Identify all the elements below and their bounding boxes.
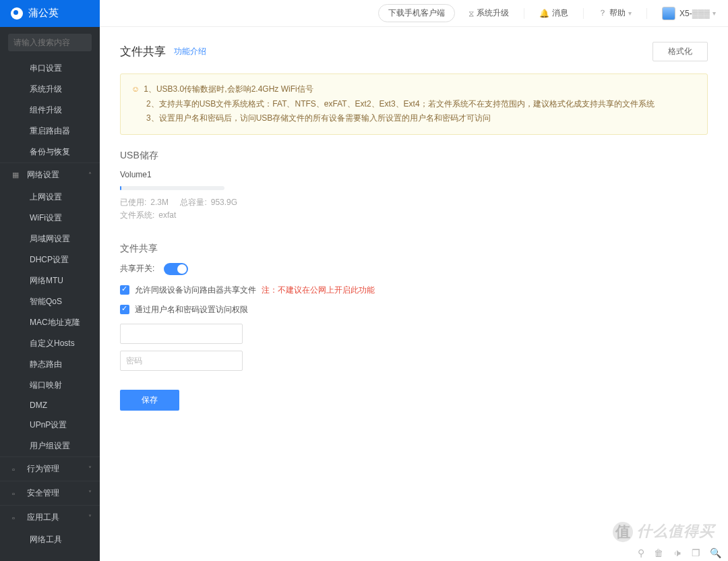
chevron-down-icon: ▾ <box>712 9 716 17</box>
messages-label: 消息 <box>552 7 568 19</box>
group-label: 安全管理 <box>27 488 59 499</box>
sidebar-item[interactable]: 备份与恢复 <box>0 142 100 163</box>
sidebar-item[interactable]: 用户组设置 <box>0 436 100 456</box>
warn-line-1: 1、USB3.0传输数据时,会影响2.4GHz WiFi信号 <box>144 84 313 94</box>
divider <box>646 8 647 19</box>
brand-name: 蒲公英 <box>28 7 59 20</box>
sidebar-item[interactable]: UPnP设置 <box>0 415 100 436</box>
auth-label: 通过用户名和密码设置访问权限 <box>135 304 248 316</box>
save-button[interactable]: 保存 <box>120 390 179 411</box>
top-header: 蒲公英 下载手机客户端 ⧖系统升级 🔔消息 ？帮助▾ X5- ▓▓▓ ▾ <box>0 0 728 27</box>
sidebar-item[interactable]: 重启路由器 <box>0 121 100 142</box>
sidebar-item[interactable]: DMZ <box>0 396 100 415</box>
usage-line: 已使用:2.3M 总容量:953.9G <box>120 197 708 208</box>
page-title: 文件共享 <box>120 44 166 59</box>
tool-icon[interactable]: ⚲ <box>638 548 644 558</box>
sidebar-group[interactable]: ▫行为管理˅ <box>0 456 100 481</box>
help-label: 帮助 <box>609 7 626 19</box>
warn-line-2: 2、支持共享的USB文件系统格式：FAT、NTFS、exFAT、Ext2、Ext… <box>131 97 696 112</box>
avatar <box>662 7 675 20</box>
auth-checkbox[interactable] <box>120 305 129 314</box>
switch-label: 共享开关: <box>120 263 154 274</box>
divider <box>524 8 524 19</box>
share-toggle[interactable] <box>164 263 188 275</box>
download-client-button[interactable]: 下载手机客户端 <box>378 4 455 22</box>
group-network[interactable]: ▦ 网络设置 ˄ <box>0 163 100 187</box>
sidebar-item[interactable]: DHCP设置 <box>0 249 100 270</box>
password-input[interactable] <box>120 351 243 371</box>
chevron-down-icon: ˅ <box>88 465 92 473</box>
sidebar-item[interactable]: 局域网设置 <box>0 229 100 249</box>
sidebar-item[interactable]: 自定义Hosts <box>0 333 100 354</box>
page-header: 文件共享 功能介绍 格式化 <box>120 42 708 61</box>
user-menu[interactable]: X5- ▓▓▓ ▾ <box>662 7 716 20</box>
content: 文件共享 功能介绍 格式化 ☺1、USB3.0传输数据时,会影响2.4GHz W… <box>100 27 728 561</box>
upgrade-icon: ⧖ <box>468 9 474 18</box>
search-box[interactable]: 🔍 <box>8 34 92 51</box>
sidebar: 🔍 串口设置系统升级组件升级重启路由器备份与恢复 ▦ 网络设置 ˄ 上网设置Wi… <box>0 27 100 561</box>
allow-peer-label: 允许同级设备访问路由器共享文件 <box>135 285 256 296</box>
username-input[interactable] <box>120 324 243 344</box>
logo-icon <box>11 7 23 20</box>
user-label: X5- <box>679 9 692 18</box>
allow-peer-checkbox[interactable] <box>120 285 129 295</box>
sidebar-item[interactable]: 网络工具 <box>0 529 100 550</box>
help-icon: ？ <box>599 7 607 19</box>
warn-line-3: 3、设置用户名和密码后，访问USB存储文件的所有设备需要输入所设置的用户名和密码… <box>131 111 696 126</box>
chevron-down-icon: ˅ <box>88 514 92 521</box>
network-icon: ▦ <box>12 171 22 179</box>
sidebar-item[interactable]: 上网设置 <box>0 187 100 208</box>
bell-icon: 🔔 <box>539 9 549 18</box>
help-link[interactable]: ？帮助▾ <box>599 7 632 19</box>
sidebar-group[interactable]: ▫安全管理˅ <box>0 481 100 505</box>
messages-link[interactable]: 🔔消息 <box>539 7 568 19</box>
sidebar-item[interactable]: 智能QoS <box>0 291 100 312</box>
chevron-down-icon: ˅ <box>88 490 92 497</box>
sidebar-item[interactable]: 静态路由 <box>0 354 100 375</box>
system-upgrade-link[interactable]: ⧖系统升级 <box>468 7 509 19</box>
chevron-up-icon: ˄ <box>88 171 92 179</box>
warning-icon: ☺ <box>131 84 140 94</box>
chevron-down-icon: ▾ <box>628 9 632 17</box>
intro-link[interactable]: 功能介绍 <box>174 46 206 57</box>
sound-icon[interactable]: 🕩 <box>673 548 682 558</box>
allow-peer-warning: 注：不建议在公网上开启此功能 <box>262 285 375 296</box>
copy-icon[interactable]: ❐ <box>692 548 700 558</box>
search-input[interactable] <box>13 38 100 47</box>
sidebar-item[interactable]: WiFi设置 <box>0 208 100 229</box>
group-label: 行为管理 <box>27 463 59 475</box>
trash-icon[interactable]: 🗑 <box>654 548 663 558</box>
sidebar-item[interactable]: 端口映射 <box>0 375 100 396</box>
sidebar-item[interactable]: 系统升级 <box>0 79 100 100</box>
warning-box: ☺1、USB3.0传输数据时,会影响2.4GHz WiFi信号 2、支持共享的U… <box>120 73 708 135</box>
divider <box>583 8 584 19</box>
group-label: 网络设置 <box>27 169 59 181</box>
search-icon[interactable]: 🔍 <box>710 548 721 558</box>
usb-section-title: USB储存 <box>120 150 708 162</box>
sidebar-item[interactable]: 串口设置 <box>0 58 100 79</box>
format-button[interactable]: 格式化 <box>653 42 708 61</box>
share-section-title: 文件共享 <box>120 243 708 255</box>
group-label: 应用工具 <box>27 512 59 523</box>
upgrade-label: 系统升级 <box>477 7 509 19</box>
group-icon: ▫ <box>12 465 22 473</box>
sidebar-item[interactable]: MAC地址克隆 <box>0 312 100 333</box>
brand-logo[interactable]: 蒲公英 <box>0 0 100 27</box>
usage-progress <box>120 186 224 190</box>
bottom-toolbar: ⚲ 🗑 🕩 ❐ 🔍 <box>638 548 721 558</box>
sidebar-group[interactable]: ▫应用工具˅ <box>0 505 100 529</box>
sidebar-item[interactable]: 网络MTU <box>0 270 100 291</box>
volume-name: Volume1 <box>120 170 708 179</box>
fs-line: 文件系统:exfat <box>120 210 708 221</box>
group-icon: ▫ <box>12 490 22 498</box>
user-mask: ▓▓▓ <box>692 9 710 18</box>
group-icon: ▫ <box>12 514 22 522</box>
sidebar-item[interactable]: 组件升级 <box>0 100 100 121</box>
